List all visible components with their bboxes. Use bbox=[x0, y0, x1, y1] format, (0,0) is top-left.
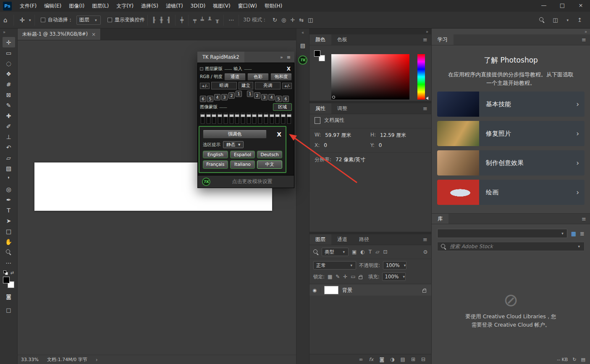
align-right-icon[interactable]: ╢ bbox=[165, 17, 173, 23]
crop-tool-button[interactable]: # bbox=[3, 79, 15, 89]
tab-libraries[interactable]: 库 bbox=[432, 214, 448, 224]
lock-artboard-icon[interactable]: ▭ bbox=[350, 274, 356, 280]
tk-lights-6-button[interactable]: 6 bbox=[283, 96, 289, 102]
panel-collapse-icon[interactable]: » bbox=[585, 29, 587, 34]
healing-brush-tool-button[interactable]: ✚ bbox=[3, 110, 15, 121]
lock-position-icon[interactable]: ✛ bbox=[343, 274, 348, 280]
menu-image[interactable]: 图像(I) bbox=[65, 0, 88, 12]
tk-selection-hint-dropdown[interactable]: 静态 ▼ bbox=[223, 141, 244, 148]
filter-type-layers-icon[interactable]: T bbox=[368, 249, 372, 255]
tk-color-button[interactable]: 色彩 bbox=[247, 73, 269, 81]
learn-card-photo-repair[interactable]: 修复照片 › bbox=[437, 121, 585, 146]
tk-lang-francais-button[interactable]: Français bbox=[203, 160, 228, 169]
menu-view[interactable]: 视图(V) bbox=[209, 0, 234, 12]
tk-collapse-icon[interactable]: » bbox=[280, 55, 283, 60]
filter-smart-objects-icon[interactable]: ⊡ bbox=[383, 249, 388, 255]
mask-fader[interactable] bbox=[247, 113, 251, 124]
list-view-icon[interactable]: ≣ bbox=[580, 230, 585, 237]
dock-collapse-icon[interactable]: « bbox=[302, 29, 304, 39]
distribute-top-icon[interactable]: ╤ bbox=[191, 17, 199, 23]
tab-color[interactable]: 颜色 bbox=[309, 34, 331, 45]
tk-panel-header[interactable]: TK RapidMask2 » ≡ bbox=[197, 52, 294, 63]
tk-darks-plusminus-button[interactable]: +/- bbox=[200, 83, 210, 89]
menu-type[interactable]: 文字(Y) bbox=[113, 0, 137, 12]
panel-menu-icon[interactable]: ≡ bbox=[423, 105, 431, 112]
adjustment-layer-icon[interactable]: ◑ bbox=[390, 356, 394, 362]
menu-filter[interactable]: 滤镜(T) bbox=[162, 0, 187, 12]
opacity-dropdown[interactable]: 100% ▾ bbox=[383, 261, 406, 270]
zoom-level[interactable]: 33.33% bbox=[21, 357, 39, 362]
new-layer-icon[interactable]: ⊞ bbox=[411, 356, 415, 362]
distribute-bottom-icon[interactable]: ╨ bbox=[206, 17, 214, 23]
filter-type-dropdown[interactable]: 类型 ▾ bbox=[322, 248, 349, 256]
workspace-icon[interactable]: ◫ bbox=[551, 17, 560, 23]
eraser-tool-button[interactable]: ▱ bbox=[3, 152, 15, 163]
chevron-down-icon[interactable]: ▾ bbox=[28, 18, 32, 22]
lasso-tool-button[interactable]: ◌ bbox=[3, 58, 15, 68]
tk-darks-6-button[interactable]: 6 bbox=[200, 96, 206, 102]
tk-darks-3-button[interactable]: 3 bbox=[221, 94, 228, 100]
3d-roll-icon[interactable]: ◎ bbox=[279, 17, 288, 23]
new-group-icon[interactable]: ▤ bbox=[401, 356, 405, 362]
frame-tool-button[interactable]: ⊠ bbox=[3, 89, 15, 100]
tk-lang-italiano-button[interactable]: Italiano bbox=[230, 160, 255, 169]
learn-card-basic-skills[interactable]: 基本技能 › bbox=[437, 92, 585, 117]
mask-fader[interactable] bbox=[281, 113, 285, 124]
menu-layer[interactable]: 图层(L) bbox=[88, 0, 113, 12]
toolbar-collapse-icon[interactable]: » bbox=[0, 29, 8, 37]
color-cursor[interactable] bbox=[332, 96, 335, 99]
tk-lang-deutsch-button[interactable]: Deutsch bbox=[257, 151, 282, 158]
brush-tool-button[interactable]: ✐ bbox=[3, 121, 15, 131]
quick-mask-button[interactable]: ◙ bbox=[3, 291, 15, 301]
quick-selection-tool-button[interactable]: ❖ bbox=[3, 68, 15, 79]
menu-help[interactable]: 帮助(H) bbox=[261, 0, 286, 12]
maximize-button[interactable]: □ bbox=[553, 0, 572, 12]
tk-lights-4-button[interactable]: 4 bbox=[268, 94, 275, 100]
lock-all-icon[interactable] bbox=[359, 276, 362, 279]
panel-menu-icon[interactable]: ≡ bbox=[423, 236, 431, 243]
foreground-color-swatch[interactable] bbox=[314, 50, 320, 57]
close-button[interactable]: × bbox=[572, 0, 590, 12]
edit-toolbar-button[interactable]: ⋯ bbox=[3, 257, 15, 268]
screen-mode-button[interactable]: □ bbox=[3, 305, 15, 315]
fill-dropdown[interactable]: 100% ▾ bbox=[382, 272, 406, 281]
tk-saturation-button[interactable]: 饱和度 bbox=[270, 73, 292, 81]
minimize-button[interactable]: — bbox=[535, 0, 553, 12]
3d-slide-icon[interactable]: ⇆ bbox=[297, 17, 306, 23]
panel-collapse-icon[interactable]: » bbox=[426, 29, 428, 34]
mask-fader[interactable] bbox=[252, 113, 256, 124]
y-value[interactable]: 0 bbox=[379, 142, 382, 148]
dodge-tool-button[interactable]: ◎ bbox=[3, 184, 15, 194]
3d-orbit-icon[interactable]: ↻ bbox=[270, 17, 279, 23]
mask-fader[interactable] bbox=[201, 113, 205, 124]
menu-select[interactable]: 选择(S) bbox=[137, 0, 162, 12]
gradient-tool-button[interactable]: ▧ bbox=[3, 163, 15, 173]
learn-card-painting[interactable]: 绘画 › bbox=[437, 180, 585, 205]
filter-toggle-icon[interactable]: ⊙ bbox=[423, 249, 427, 255]
mask-fader[interactable] bbox=[258, 113, 262, 124]
tk-lights-1-button[interactable]: 1 bbox=[247, 91, 253, 97]
3d-pan-icon[interactable]: ✛ bbox=[288, 17, 297, 23]
saturation-brightness-field[interactable] bbox=[331, 54, 409, 100]
learn-card-creative-effects[interactable]: 制作创意效果 › bbox=[437, 150, 585, 175]
width-value[interactable]: 59.97 厘米 bbox=[325, 132, 351, 139]
tk-popup-close-button[interactable]: X bbox=[277, 131, 282, 138]
tk-lights-2-button[interactable]: 2 bbox=[254, 92, 260, 99]
hue-slider-marker[interactable] bbox=[426, 97, 428, 100]
mask-fader[interactable] bbox=[218, 113, 222, 124]
search-icon[interactable] bbox=[539, 17, 545, 23]
more-options-icon[interactable]: ⋯ bbox=[226, 17, 236, 23]
tk-darks-5-button[interactable]: 5 bbox=[207, 96, 213, 102]
mask-fader[interactable] bbox=[207, 113, 210, 124]
menu-edit[interactable]: 编辑(E) bbox=[40, 0, 65, 12]
show-transform-checkbox[interactable] bbox=[108, 18, 112, 22]
tk-lang-chinese-button[interactable]: 中文 bbox=[257, 160, 282, 169]
hand-tool-button[interactable]: ✋ bbox=[3, 236, 15, 247]
tk-channel-button[interactable]: 通道 bbox=[224, 73, 246, 81]
tk-darks-2-button[interactable]: 2 bbox=[228, 92, 235, 99]
status-chevron-icon[interactable]: › bbox=[96, 357, 98, 363]
blend-mode-dropdown[interactable]: 正常 ▾ bbox=[313, 261, 356, 270]
3d-camera-icon[interactable]: ◫ bbox=[306, 17, 315, 23]
panel-menu-icon[interactable]: ≡ bbox=[582, 216, 590, 222]
distribute-middle-icon[interactable]: ╧ bbox=[199, 17, 206, 23]
